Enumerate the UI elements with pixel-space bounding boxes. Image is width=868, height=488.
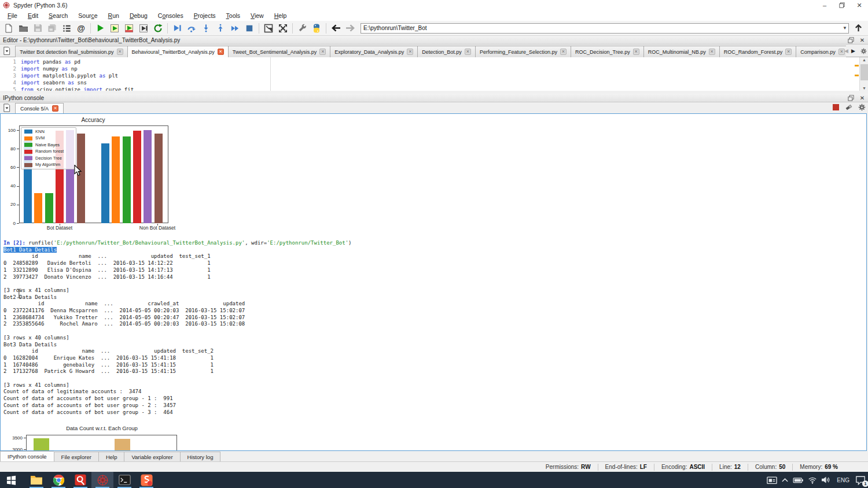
tab-close-icon[interactable]: × (560, 49, 567, 55)
editor-tab[interactable]: Tweet_Bot_Sentimental_Analysis.py× (228, 46, 330, 57)
editor-tab[interactable]: ROC_Decision_Tree.py× (571, 46, 643, 57)
menu-source[interactable]: Source (73, 12, 102, 19)
continue-icon[interactable] (230, 23, 240, 34)
editor-tab[interactable]: ROC_Random_Forest.py× (719, 46, 796, 57)
menu-run[interactable]: Run (103, 12, 124, 19)
save-icon[interactable] (32, 23, 43, 34)
editor-tab[interactable]: ROC_Multinomial_NB.py× (643, 46, 719, 57)
rerun-icon[interactable] (153, 23, 163, 34)
step-out-icon[interactable] (215, 23, 226, 34)
restore-button[interactable] (833, 0, 851, 10)
menu-search[interactable]: Search (43, 12, 73, 19)
tab-close-icon[interactable]: × (52, 105, 58, 112)
language-indicator[interactable]: ENG (835, 477, 851, 483)
x-tick-label: Bot Dataset (34, 225, 86, 231)
working-directory-input[interactable]: E:\pythonrun\Twitter_Bot ▼ (361, 23, 849, 34)
tab-close-icon[interactable]: × (785, 49, 792, 55)
screenshot-app-icon[interactable] (135, 472, 157, 488)
browse-tabs-icon[interactable] (2, 103, 12, 113)
editor-tab[interactable]: Performing_Feature_Selection.py× (475, 46, 571, 57)
spyder-taskbar-icon[interactable] (91, 472, 113, 488)
scroll-down-icon[interactable]: ▼ (860, 86, 868, 90)
forward-icon[interactable] (345, 23, 355, 34)
menu-projects[interactable]: Projects (189, 12, 221, 19)
editor-scrollbar[interactable]: ▲ ▼ (859, 57, 868, 91)
parent-directory-icon[interactable] (853, 23, 863, 34)
console-options-gear-icon[interactable] (858, 103, 866, 111)
battery-icon[interactable] (793, 476, 804, 484)
scroll-up-icon[interactable]: ▲ (860, 58, 868, 62)
chrome-icon[interactable] (47, 472, 69, 488)
tray-app-icon[interactable] (767, 475, 777, 485)
menu-debug[interactable]: Debug (124, 12, 153, 19)
menu-tools[interactable]: Tools (221, 12, 246, 19)
symbol-finder-icon[interactable]: @ (76, 23, 86, 34)
plugin-tab-ipython-console[interactable]: IPython console (0, 451, 54, 461)
console-tab[interactable]: Console 5/A × (15, 103, 64, 113)
editor-tab[interactable]: Twitter Bot detection final_submission.p… (15, 46, 127, 57)
close-pane-icon[interactable]: ✕ (858, 36, 866, 44)
step-into-icon[interactable] (201, 23, 211, 34)
tab-scroll-left-icon[interactable]: ◀ (843, 47, 849, 55)
back-icon[interactable] (330, 23, 341, 34)
fullscreen-icon[interactable] (278, 23, 288, 34)
plugin-tab-variable-explorer[interactable]: Variable explorer (124, 452, 179, 461)
mouse-cursor (74, 165, 82, 176)
chevron-up-icon[interactable] (781, 477, 789, 483)
menu-file[interactable]: File (2, 12, 23, 19)
menu-help[interactable]: Help (269, 12, 292, 19)
console-output[interactable]: Accuracy020406080100Bot DatasetNon Bot D… (0, 113, 867, 451)
new-file-icon[interactable] (3, 23, 14, 34)
run-cell-advance-icon[interactable] (124, 23, 134, 34)
tab-close-icon[interactable]: × (465, 49, 471, 55)
outline-list-icon[interactable] (61, 23, 72, 34)
plugin-tab-file-explorer[interactable]: File explorer (54, 452, 98, 461)
scrollbar-thumb[interactable] (860, 64, 868, 80)
start-button[interactable] (0, 472, 22, 488)
tab-close-icon[interactable]: × (319, 49, 326, 55)
interrupt-kernel-icon[interactable] (833, 104, 839, 110)
editor-tab[interactable]: Comparison.py× (796, 46, 846, 57)
stop-debug-icon[interactable] (244, 23, 255, 34)
plugin-tab-history-log[interactable]: History log (180, 452, 221, 461)
run-selection-icon[interactable] (138, 23, 149, 34)
minimize-button[interactable]: – (816, 0, 833, 10)
preferences-wrench-icon[interactable] (297, 23, 307, 34)
menu-consoles[interactable]: Consoles (153, 12, 189, 19)
undock-pane-icon[interactable] (847, 36, 855, 44)
clear-console-icon[interactable] (844, 103, 853, 111)
python-path-icon[interactable] (311, 23, 322, 34)
tab-close-icon[interactable]: × (709, 49, 715, 55)
close-button[interactable]: ✕ (851, 0, 868, 10)
step-over-icon[interactable] (186, 23, 197, 34)
editor-options-gear-icon[interactable] (860, 47, 867, 55)
editor-tab[interactable]: Detection_Bot.py× (417, 46, 475, 57)
run-icon[interactable] (95, 23, 105, 34)
chevron-down-icon[interactable]: ▼ (843, 25, 847, 31)
undock-pane-icon[interactable] (847, 94, 855, 102)
editor-tab[interactable]: Exploratory_Data_Analysis.py× (330, 46, 417, 57)
browse-tabs-icon[interactable] (2, 46, 12, 56)
maximize-pane-icon[interactable] (263, 23, 274, 34)
run-cell-icon[interactable] (109, 23, 120, 34)
editor-tab[interactable]: Behavioural_TwitterBot_Analysis.py× (127, 46, 228, 57)
save-all-icon[interactable] (47, 23, 57, 34)
file-explorer-icon[interactable] (25, 472, 47, 488)
open-file-icon[interactable] (18, 23, 28, 34)
tab-close-icon[interactable]: × (407, 49, 413, 55)
speaker-icon[interactable] (821, 476, 831, 484)
menu-edit[interactable]: Edit (23, 12, 43, 19)
close-pane-icon[interactable]: ✕ (858, 94, 866, 102)
tab-close-icon[interactable]: × (117, 49, 123, 55)
terminal-icon[interactable] (113, 472, 135, 488)
plugin-tab-help[interactable]: Help (98, 452, 124, 461)
debug-file-icon[interactable] (172, 23, 182, 34)
tab-scroll-right-icon[interactable]: ▶ (850, 47, 856, 55)
acrobat-icon[interactable] (69, 472, 91, 488)
tab-close-icon[interactable]: × (218, 49, 224, 55)
tab-close-icon[interactable]: × (633, 49, 639, 55)
wifi-icon[interactable] (808, 476, 817, 484)
menu-view[interactable]: View (245, 12, 269, 19)
notification-icon[interactable]: 1 (855, 475, 866, 485)
code-editor[interactable]: 1import pandas as pd2import numpy as np3… (0, 57, 868, 91)
